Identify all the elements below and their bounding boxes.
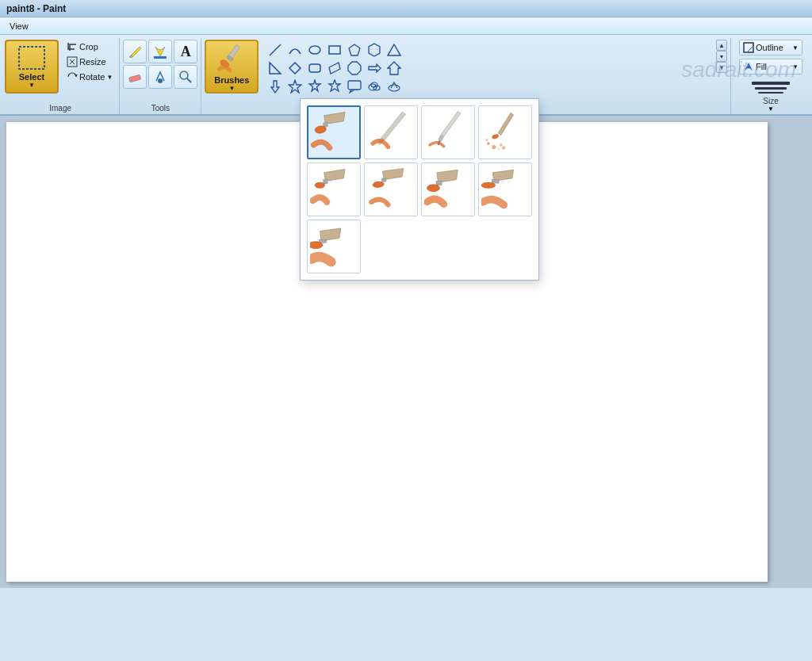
shape-hexagon[interactable]	[366, 41, 383, 59]
brush-6-icon	[367, 166, 415, 213]
shape-home[interactable]	[385, 59, 403, 77]
shape-pentagon[interactable]	[346, 41, 363, 59]
shape-triangle[interactable]	[385, 41, 403, 59]
shape-star4[interactable]	[286, 78, 304, 95]
tools-group-content: A	[123, 40, 197, 102]
fill-button[interactable]	[148, 40, 172, 63]
svg-marker-25	[289, 80, 301, 93]
menu-item-view[interactable]: View	[3, 20, 35, 32]
svg-marker-27	[329, 80, 340, 91]
shape-cloud[interactable]	[366, 78, 383, 95]
brush-cell-5[interactable]	[307, 162, 361, 216]
brush-1-icon	[310, 109, 358, 156]
shape-star5[interactable]	[306, 78, 324, 95]
svg-point-6	[180, 71, 188, 79]
fill-dropdown-button[interactable]: Fill ▼	[739, 59, 802, 75]
shape-star6[interactable]	[326, 78, 343, 95]
svg-rect-28	[348, 81, 361, 90]
svg-rect-45	[324, 180, 327, 184]
shape-curve[interactable]	[286, 41, 304, 59]
brush-cell-empty-1	[364, 220, 418, 273]
size-line-large	[752, 82, 790, 85]
text-button[interactable]: A	[174, 40, 197, 63]
shape-round-rect[interactable]	[306, 59, 324, 77]
svg-point-44	[502, 146, 505, 149]
select-icon	[17, 45, 46, 71]
brush-4-icon	[481, 109, 529, 156]
crop-button[interactable]: Crop	[63, 40, 116, 54]
svg-marker-16	[388, 44, 400, 55]
brushes-group-content: Brushes ▼	[205, 40, 259, 102]
brush-cell-7[interactable]	[421, 162, 475, 216]
shape-arrow-down[interactable]	[266, 78, 284, 95]
brush-cell-4[interactable]	[478, 105, 532, 159]
brush-7-icon	[424, 166, 472, 213]
svg-rect-19	[309, 64, 320, 72]
brush-cell-8[interactable]	[478, 162, 532, 216]
shape-parallelogram[interactable]	[326, 59, 343, 77]
select-button[interactable]: Select ▼	[5, 40, 59, 94]
shapes-scroll-up[interactable]: ▲	[716, 40, 727, 51]
svg-rect-0	[19, 47, 44, 69]
shape-oval2[interactable]	[385, 78, 403, 95]
svg-point-43	[498, 148, 500, 150]
shapes-row-1	[266, 41, 711, 59]
shapes-scroll-down[interactable]: ▼	[716, 62, 727, 73]
shape-octagon[interactable]	[346, 59, 363, 77]
brushes-arrow: ▼	[228, 85, 235, 92]
svg-marker-18	[289, 63, 301, 74]
size-lines	[747, 78, 795, 97]
svg-marker-15	[369, 44, 380, 56]
resize-icon	[67, 56, 78, 67]
ribbon-group-colors: Outline ▼ Fill ▼ Size ▼	[731, 38, 810, 114]
brush-9-icon	[310, 223, 358, 270]
title-bar-text: paint8 - Paint	[6, 3, 66, 14]
shape-rect[interactable]	[326, 41, 343, 59]
svg-rect-49	[436, 181, 442, 185]
svg-marker-22	[369, 64, 381, 72]
shape-line[interactable]	[266, 41, 284, 59]
pencil-button[interactable]	[123, 40, 147, 63]
svg-point-42	[486, 139, 488, 141]
shape-speech[interactable]	[346, 78, 363, 95]
image-group-label: Image	[49, 104, 71, 114]
svg-marker-17	[270, 63, 281, 74]
tools-col: A	[123, 40, 197, 89]
brush-3-icon	[424, 109, 472, 156]
resize-button[interactable]: Resize	[63, 55, 116, 69]
tools-group-label: Tools	[151, 104, 170, 114]
image-text-buttons: Crop Resize Rotate ▼	[63, 40, 116, 84]
svg-marker-23	[388, 62, 400, 75]
brush-cell-6[interactable]	[364, 162, 418, 216]
svg-point-5	[158, 78, 163, 83]
color-picker-icon	[152, 69, 168, 85]
magnifier-icon	[178, 69, 193, 85]
eraser-button[interactable]	[123, 65, 147, 89]
shapes-group-content: ▲ ▾ ▼	[265, 40, 727, 102]
svg-line-34	[748, 47, 753, 52]
shapes-scroll: ▲ ▾ ▼	[716, 40, 727, 73]
colors-group-content: Outline ▼ Fill ▼	[739, 40, 802, 75]
shapes-scroll-mid[interactable]: ▾	[716, 51, 727, 62]
shape-arrow-right[interactable]	[366, 59, 383, 77]
magnifier-button[interactable]	[174, 65, 197, 89]
svg-marker-26	[309, 80, 320, 91]
brush-cell-3[interactable]	[421, 105, 475, 159]
brush-cell-9[interactable]	[307, 220, 361, 273]
shape-oval[interactable]	[306, 41, 324, 59]
brushes-dropdown	[300, 98, 539, 281]
color-picker-button[interactable]	[148, 65, 172, 89]
size-arrow: ▼	[768, 105, 774, 113]
brushes-button[interactable]: Brushes ▼	[205, 40, 259, 94]
outline-button[interactable]: Outline ▼	[739, 40, 802, 55]
svg-point-48	[373, 181, 385, 188]
brush-cell-2[interactable]	[364, 105, 418, 159]
rotate-button[interactable]: Rotate ▼	[63, 70, 116, 84]
shape-diamond[interactable]	[286, 59, 304, 77]
brush-8-icon	[481, 166, 529, 213]
svg-rect-51	[492, 180, 499, 183]
size-line-small	[758, 92, 783, 94]
svg-line-7	[187, 78, 191, 82]
brush-cell-1[interactable]	[307, 105, 361, 159]
shape-right-triangle[interactable]	[266, 59, 284, 77]
